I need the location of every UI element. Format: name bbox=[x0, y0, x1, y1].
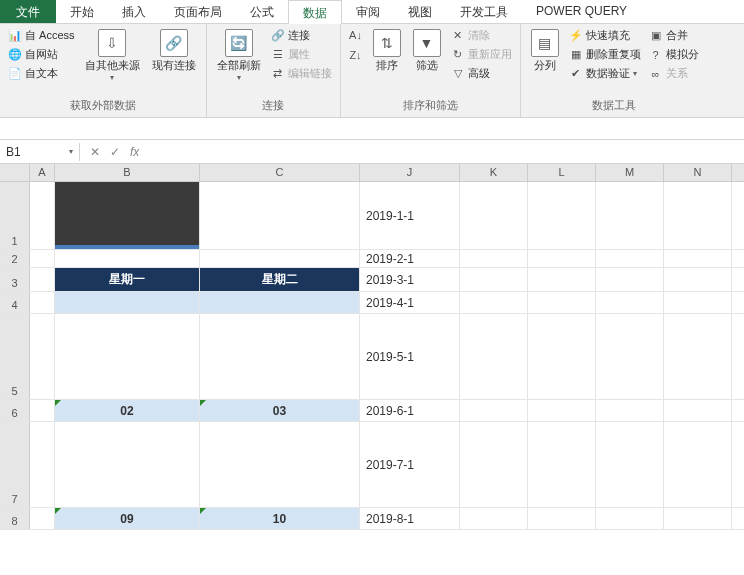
cell-J3[interactable]: 2019-3-1 bbox=[360, 268, 460, 291]
cell-B4[interactable] bbox=[55, 292, 200, 313]
cell-B1[interactable] bbox=[55, 182, 200, 249]
cell-C1[interactable] bbox=[200, 182, 360, 249]
cell-K8[interactable] bbox=[460, 508, 528, 529]
cell-M4[interactable] bbox=[596, 292, 664, 313]
tab-data[interactable]: 数据 bbox=[288, 0, 342, 24]
col-header-K[interactable]: K bbox=[460, 164, 528, 181]
fx-button[interactable]: fx bbox=[130, 145, 139, 159]
cell-K1[interactable] bbox=[460, 182, 528, 249]
cell-A8[interactable] bbox=[30, 508, 55, 529]
row-header-7[interactable]: 7 bbox=[0, 422, 30, 507]
cell-C3[interactable]: 星期二 bbox=[200, 268, 360, 291]
row-header-1[interactable]: 1 bbox=[0, 182, 30, 249]
cell-M8[interactable] bbox=[596, 508, 664, 529]
properties-button[interactable]: ☰属性 bbox=[269, 46, 334, 63]
clear-filter-button[interactable]: ✕清除 bbox=[449, 27, 514, 44]
row-header-4[interactable]: 4 bbox=[0, 292, 30, 313]
col-header-A[interactable]: A bbox=[30, 164, 55, 181]
edit-links-button[interactable]: ⇄编辑链接 bbox=[269, 65, 334, 82]
cell-N3[interactable] bbox=[664, 268, 732, 291]
cell-N6[interactable] bbox=[664, 400, 732, 421]
cell-B8[interactable]: 09 bbox=[55, 508, 200, 529]
sort-desc-button[interactable]: Z↓ bbox=[347, 47, 365, 63]
cell-C6[interactable]: 03 bbox=[200, 400, 360, 421]
tab-home[interactable]: 开始 bbox=[56, 0, 108, 23]
refresh-all-button[interactable]: 🔄 全部刷新▾ bbox=[213, 27, 265, 84]
connections-button[interactable]: 🔗连接 bbox=[269, 27, 334, 44]
cell-A3[interactable] bbox=[30, 268, 55, 291]
cell-J7[interactable]: 2019-7-1 bbox=[360, 422, 460, 507]
formula-input[interactable] bbox=[149, 150, 744, 154]
row-header-8[interactable]: 8 bbox=[0, 508, 30, 529]
cell-J1[interactable]: 2019-1-1 bbox=[360, 182, 460, 249]
tab-insert[interactable]: 插入 bbox=[108, 0, 160, 23]
cancel-formula-button[interactable]: ✕ bbox=[90, 145, 100, 159]
row-header-6[interactable]: 6 bbox=[0, 400, 30, 421]
row-header-2[interactable]: 2 bbox=[0, 250, 30, 267]
cell-A4[interactable] bbox=[30, 292, 55, 313]
col-header-C[interactable]: C bbox=[200, 164, 360, 181]
from-access-button[interactable]: 📊自 Access bbox=[6, 27, 77, 44]
tab-layout[interactable]: 页面布局 bbox=[160, 0, 236, 23]
cell-K3[interactable] bbox=[460, 268, 528, 291]
cell-K7[interactable] bbox=[460, 422, 528, 507]
cell-M2[interactable] bbox=[596, 250, 664, 267]
flash-fill-button[interactable]: ⚡快速填充 bbox=[567, 27, 643, 44]
cell-K2[interactable] bbox=[460, 250, 528, 267]
col-header-J[interactable]: J bbox=[360, 164, 460, 181]
cell-L7[interactable] bbox=[528, 422, 596, 507]
cell-B2[interactable] bbox=[55, 250, 200, 267]
cell-J5[interactable]: 2019-5-1 bbox=[360, 314, 460, 399]
from-web-button[interactable]: 🌐自网站 bbox=[6, 46, 77, 63]
tab-view[interactable]: 视图 bbox=[394, 0, 446, 23]
reapply-button[interactable]: ↻重新应用 bbox=[449, 46, 514, 63]
cell-M5[interactable] bbox=[596, 314, 664, 399]
cell-N7[interactable] bbox=[664, 422, 732, 507]
tab-file[interactable]: 文件 bbox=[0, 0, 56, 23]
cell-N8[interactable] bbox=[664, 508, 732, 529]
cell-N2[interactable] bbox=[664, 250, 732, 267]
cell-L3[interactable] bbox=[528, 268, 596, 291]
whatif-button[interactable]: ?模拟分 bbox=[647, 46, 701, 63]
accept-formula-button[interactable]: ✓ bbox=[110, 145, 120, 159]
relationships-button[interactable]: ∞关系 bbox=[647, 65, 701, 82]
advanced-filter-button[interactable]: ▽高级 bbox=[449, 65, 514, 82]
cell-L8[interactable] bbox=[528, 508, 596, 529]
row-header-5[interactable]: 5 bbox=[0, 314, 30, 399]
sort-button[interactable]: ⇅ 排序 bbox=[369, 27, 405, 73]
tab-powerquery[interactable]: POWER QUERY bbox=[522, 0, 641, 23]
cell-L1[interactable] bbox=[528, 182, 596, 249]
sort-asc-button[interactable]: A↓ bbox=[347, 27, 365, 43]
cell-A1[interactable] bbox=[30, 182, 55, 249]
cell-A2[interactable] bbox=[30, 250, 55, 267]
col-header-L[interactable]: L bbox=[528, 164, 596, 181]
cell-C7[interactable] bbox=[200, 422, 360, 507]
cell-B3[interactable]: 星期一 bbox=[55, 268, 200, 291]
col-header-M[interactable]: M bbox=[596, 164, 664, 181]
existing-connections-button[interactable]: 🔗 现有连接 bbox=[148, 27, 200, 73]
cell-M3[interactable] bbox=[596, 268, 664, 291]
remove-duplicates-button[interactable]: ▦删除重复项 bbox=[567, 46, 643, 63]
from-text-button[interactable]: 📄自文本 bbox=[6, 65, 77, 82]
cell-L4[interactable] bbox=[528, 292, 596, 313]
row-header-3[interactable]: 3 bbox=[0, 268, 30, 291]
cell-M6[interactable] bbox=[596, 400, 664, 421]
cell-B6[interactable]: 02 bbox=[55, 400, 200, 421]
cell-J4[interactable]: 2019-4-1 bbox=[360, 292, 460, 313]
consolidate-button[interactable]: ▣合并 bbox=[647, 27, 701, 44]
filter-button[interactable]: ▼ 筛选 bbox=[409, 27, 445, 73]
cell-N5[interactable] bbox=[664, 314, 732, 399]
cell-A5[interactable] bbox=[30, 314, 55, 399]
cell-J2[interactable]: 2019-2-1 bbox=[360, 250, 460, 267]
cell-L6[interactable] bbox=[528, 400, 596, 421]
cell-K6[interactable] bbox=[460, 400, 528, 421]
cell-B5[interactable] bbox=[55, 314, 200, 399]
cell-J8[interactable]: 2019-8-1 bbox=[360, 508, 460, 529]
cell-J6[interactable]: 2019-6-1 bbox=[360, 400, 460, 421]
cell-L5[interactable] bbox=[528, 314, 596, 399]
cell-C2[interactable] bbox=[200, 250, 360, 267]
text-to-columns-button[interactable]: ▤ 分列 bbox=[527, 27, 563, 73]
col-header-N[interactable]: N bbox=[664, 164, 732, 181]
cell-C8[interactable]: 10 bbox=[200, 508, 360, 529]
tab-dev[interactable]: 开发工具 bbox=[446, 0, 522, 23]
